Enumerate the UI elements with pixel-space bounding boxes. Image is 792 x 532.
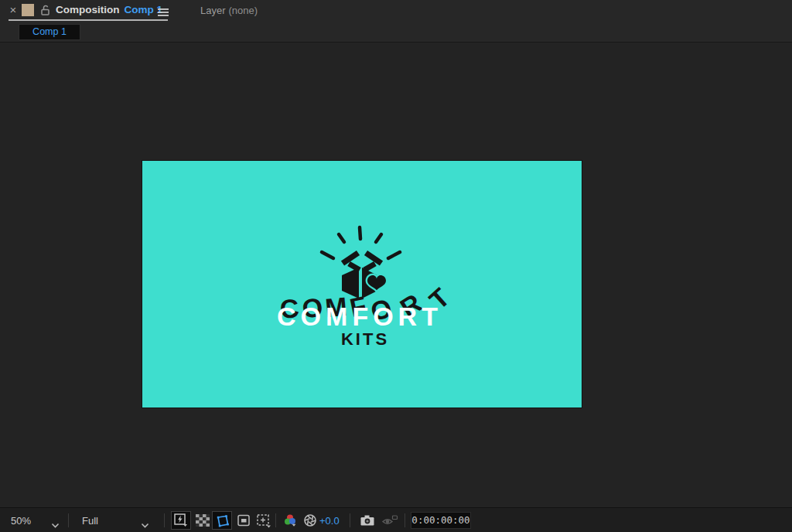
aperture-icon [303, 513, 317, 527]
grid-and-guides-button[interactable] [254, 511, 274, 530]
lightning-bolt-icon [173, 513, 189, 528]
transparency-grid-button[interactable] [193, 511, 212, 530]
region-of-interest-button[interactable] [234, 511, 253, 530]
toolbar-separator [164, 513, 165, 527]
tab-layer-label: Layer [200, 5, 226, 16]
take-snapshot-button[interactable] [358, 511, 377, 530]
comp-canvas[interactable]: COMFORT COMFORT KITS [142, 161, 582, 408]
magnification-chevron-down-icon[interactable] [51, 518, 60, 532]
toolbar-separator [68, 513, 69, 527]
toolbar-separator [405, 513, 405, 527]
exposure-value[interactable]: +0.0 [319, 515, 340, 527]
magnification-select[interactable]: 50% [11, 515, 31, 527]
composition-flowchart-row: Comp 1 [0, 22, 792, 43]
snapshot-eye-icon [381, 514, 398, 527]
resolution-chevron-down-icon[interactable] [141, 518, 149, 532]
comfort-kits-logo: COMFORT COMFORT KITS [142, 161, 582, 408]
show-snapshot-button[interactable] [380, 511, 400, 530]
camera-icon [360, 514, 375, 527]
mask-shape-icon [214, 513, 230, 528]
checkerboard-icon [196, 514, 210, 527]
close-panel-icon[interactable]: × [7, 2, 19, 18]
tab-layer-target: (none) [229, 5, 258, 16]
after-effects-composition-panel: × CompositionComp 1 Layer(none [0, 0, 792, 532]
active-tab-underline [9, 19, 168, 21]
logo-open-box-icon [342, 253, 386, 298]
grid-guides-icon [256, 513, 272, 528]
panel-tab-bar: × CompositionComp 1 Layer(none [0, 0, 792, 22]
logo-subtitle-text: KITS [341, 329, 389, 349]
region-of-interest-icon [237, 513, 251, 527]
tab-composition[interactable]: CompositionComp 1 [56, 4, 162, 15]
show-channel-button[interactable] [282, 511, 300, 530]
panel-header: × CompositionComp 1 Layer(none [0, 0, 792, 43]
composition-viewer: COMFORT COMFORT KITS [0, 43, 792, 507]
rgb-channels-icon [283, 513, 299, 528]
resolution-select[interactable]: Full [82, 515, 98, 527]
tab-composition-label: Composition [56, 4, 120, 15]
adjust-exposure-button[interactable] [302, 511, 319, 530]
viewer-toolbar: 50% Full [0, 507, 792, 532]
mask-visibility-button[interactable] [212, 511, 232, 530]
panel-menu-icon[interactable] [158, 6, 169, 20]
logo-title-text: COMFORT [277, 302, 442, 331]
panel-group-color-swatch[interactable] [22, 4, 34, 16]
toolbar-separator [350, 513, 350, 527]
fast-previews-button[interactable] [171, 511, 191, 530]
toolbar-separator [275, 513, 276, 527]
lock-icon[interactable] [40, 4, 50, 19]
current-time-field[interactable]: 0:00:00:00 [411, 512, 471, 529]
tab-composition-target: Comp 1 [125, 4, 163, 15]
logo-rays-icon [322, 227, 400, 258]
comp-breadcrumb-button[interactable]: Comp 1 [19, 24, 80, 40]
tab-layer[interactable]: Layer(none) [200, 5, 258, 16]
